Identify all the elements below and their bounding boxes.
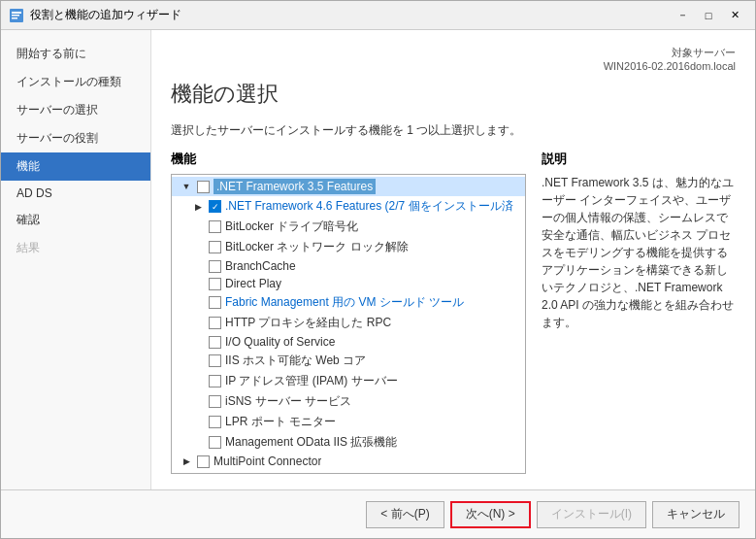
description-panel: 説明 .NET Framework 3.5 は、魅力的なユーザー インターフェイ… <box>542 151 736 474</box>
expand-spacer <box>191 375 205 388</box>
expand-spacer <box>191 395 205 409</box>
next-button[interactable]: 次へ(N) > <box>450 501 531 528</box>
list-item[interactable]: LPR ポート モニター <box>172 412 525 432</box>
feature-label: BitLocker ドライブ暗号化 <box>225 219 358 235</box>
list-item[interactable]: Management OData IIS 拡張機能 <box>172 432 525 453</box>
list-item[interactable]: BitLocker ネットワーク ロック解除 <box>172 237 525 257</box>
feature-label: HTTP プロキシを経由した RPC <box>225 315 391 331</box>
page-title: 機能の選択 <box>171 80 736 109</box>
list-item[interactable]: HTTP プロキシを経由した RPC <box>172 313 525 333</box>
title-bar: 役割と機能の追加ウィザード － □ ✕ <box>1 1 755 30</box>
sidebar-item-before-start[interactable]: 開始する前に <box>1 40 150 68</box>
checkbox[interactable]: ✓ <box>209 200 221 213</box>
maximize-button[interactable]: □ <box>696 6 721 25</box>
sidebar-item-install-type[interactable]: インストールの種類 <box>1 68 150 96</box>
checkbox[interactable] <box>209 220 221 233</box>
title-bar-text: 役割と機能の追加ウィザード <box>30 7 670 23</box>
expand-spacer <box>191 436 205 450</box>
expand-spacer <box>191 317 205 330</box>
expand-spacer <box>191 220 205 234</box>
feature-label: MultiPoint Connector <box>214 455 321 468</box>
expand-spacer <box>191 354 205 368</box>
sidebar-item-server-select[interactable]: サーバーの選択 <box>1 96 150 124</box>
checkbox[interactable] <box>209 354 221 367</box>
list-item[interactable]: Fabric Management 用の VM シールド ツール <box>172 292 525 313</box>
feature-label: iSNS サーバー サービス <box>225 393 351 410</box>
checkbox[interactable] <box>209 436 221 449</box>
expand-spacer <box>191 241 205 254</box>
server-info-label: 対象サーバー <box>171 46 736 60</box>
description-body: .NET Framework 3.5 は、魅力的なユーザー インターフェイスや、… <box>542 174 736 331</box>
page-description: 選択したサーバーにインストールする機能を 1 つ以上選択します。 <box>171 122 736 139</box>
features-panel: 機能 ▼ .NET Framework 3.5 Features ▶ <box>171 151 526 474</box>
svg-rect-1 <box>12 12 21 14</box>
close-button[interactable]: ✕ <box>722 6 747 25</box>
list-item[interactable]: IIS ホスト可能な Web コア <box>172 351 525 371</box>
checkbox[interactable] <box>209 336 221 349</box>
title-bar-icon <box>9 8 24 23</box>
sidebar-item-features[interactable]: 機能 <box>1 152 150 181</box>
checkbox[interactable] <box>197 455 210 468</box>
feature-label: BranchCache <box>225 259 296 273</box>
checkbox[interactable] <box>209 260 221 273</box>
expand-icon[interactable]: ▶ <box>180 455 193 468</box>
features-list-container[interactable]: ▼ .NET Framework 3.5 Features ▶ ✓ .NET F… <box>171 174 526 474</box>
checkbox[interactable] <box>209 395 221 408</box>
feature-label: NFS クライアント <box>225 472 321 474</box>
feature-label: .NET Framework 4.6 Features (2/7 個をインストー… <box>225 198 513 215</box>
list-item[interactable]: BitLocker ドライブ暗号化 <box>172 217 525 237</box>
checkbox[interactable] <box>209 375 221 387</box>
feature-label: I/O Quality of Service <box>225 335 335 349</box>
feature-label: IP アドレス管理 (IPAM) サーバー <box>225 373 398 389</box>
sidebar: 開始する前に インストールの種類 サーバーの選択 サーバーの役割 機能 AD D… <box>1 30 151 489</box>
list-item[interactable]: ▼ .NET Framework 3.5 Features <box>172 177 525 196</box>
expand-spacer <box>191 259 205 273</box>
title-bar-controls: － □ ✕ <box>670 6 747 25</box>
checkbox[interactable] <box>209 278 221 290</box>
main-window: 役割と機能の追加ウィザード － □ ✕ 開始する前に インストールの種類 サーバ… <box>0 0 756 539</box>
expand-spacer <box>191 277 205 290</box>
main-content: 対象サーバー WIN2016-02.2016dom.local 機能の選択 選択… <box>151 30 755 489</box>
feature-label: Management OData IIS 拡張機能 <box>225 434 397 451</box>
features-label: 機能 <box>171 151 526 168</box>
feature-label: Fabric Management 用の VM シールド ツール <box>225 294 464 311</box>
feature-label: LPR ポート モニター <box>225 414 336 430</box>
feature-label: .NET Framework 3.5 Features <box>214 179 376 194</box>
cancel-button[interactable]: キャンセル <box>652 501 740 528</box>
expand-spacer <box>191 296 205 310</box>
server-info: 対象サーバー WIN2016-02.2016dom.local <box>171 46 736 72</box>
checkbox[interactable] <box>209 241 221 253</box>
feature-label: BitLocker ネットワーク ロック解除 <box>225 239 409 255</box>
install-button: インストール(I) <box>537 501 646 528</box>
checkbox[interactable] <box>209 317 221 329</box>
list-item[interactable]: iSNS サーバー サービス <box>172 391 525 412</box>
expand-icon[interactable]: ▶ <box>191 200 205 214</box>
expand-spacer <box>191 474 205 475</box>
svg-rect-2 <box>12 15 19 17</box>
expand-spacer <box>191 335 205 349</box>
sidebar-item-results: 結果 <box>1 234 150 262</box>
svg-rect-3 <box>12 17 17 19</box>
expand-icon[interactable]: ▼ <box>180 180 193 193</box>
list-item[interactable]: IP アドレス管理 (IPAM) サーバー <box>172 371 525 391</box>
minimize-button[interactable]: － <box>670 6 695 25</box>
sidebar-item-ad-ds[interactable]: AD DS <box>1 181 150 206</box>
sidebar-item-server-roles[interactable]: サーバーの役割 <box>1 124 150 152</box>
list-item[interactable]: ▶ MultiPoint Connector <box>172 453 525 470</box>
checkbox[interactable] <box>209 416 221 428</box>
feature-label: IIS ホスト可能な Web コア <box>225 353 366 369</box>
sidebar-item-confirm[interactable]: 確認 <box>1 206 150 234</box>
checkbox[interactable] <box>209 296 221 309</box>
list-item[interactable]: ▶ ✓ .NET Framework 4.6 Features (2/7 個をイ… <box>172 196 525 217</box>
prev-button[interactable]: < 前へ(P) <box>366 501 444 528</box>
list-item[interactable]: Direct Play <box>172 275 525 292</box>
checkbox[interactable] <box>197 181 210 193</box>
footer: < 前へ(P) 次へ(N) > インストール(I) キャンセル <box>1 489 755 538</box>
features-list: ▼ .NET Framework 3.5 Features ▶ ✓ .NET F… <box>172 175 525 474</box>
feature-label: Direct Play <box>225 277 281 290</box>
list-item[interactable]: NFS クライアント <box>172 470 525 474</box>
list-item[interactable]: I/O Quality of Service <box>172 333 525 351</box>
list-item[interactable]: BranchCache <box>172 257 525 275</box>
expand-spacer <box>191 416 205 429</box>
server-info-value: WIN2016-02.2016dom.local <box>171 60 736 72</box>
